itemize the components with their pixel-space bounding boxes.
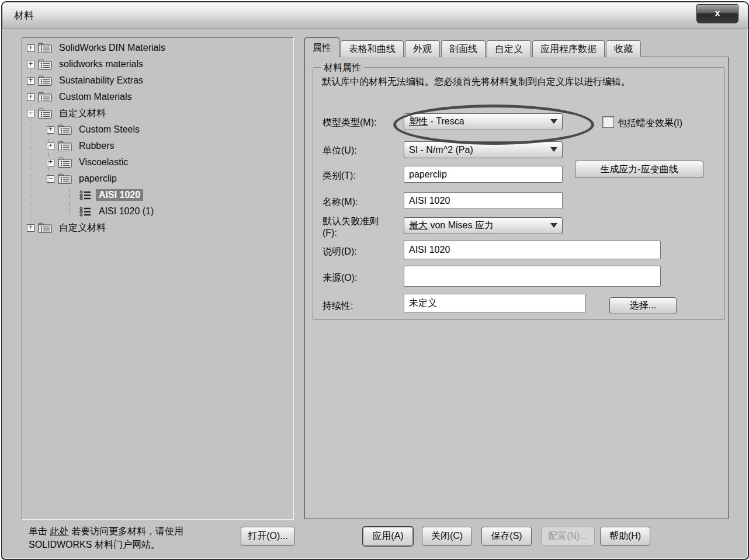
configure-button: 配置(N)... xyxy=(541,527,595,546)
material-folder-icon xyxy=(57,173,72,185)
sustainability-input[interactable]: 未定义 xyxy=(404,294,586,312)
tree-item-rubbers[interactable]: + Rubbers xyxy=(22,138,293,154)
tree-item-custom-materials-zh-2[interactable]: + 自定义材料 xyxy=(22,220,293,236)
name-value: AISI 1020 xyxy=(409,196,450,206)
failure-criterion-value-prefix: 最大 xyxy=(409,220,428,230)
tree-item-custom-steels[interactable]: + Custom Steels xyxy=(22,121,293,138)
creep-checkbox[interactable] xyxy=(602,116,614,128)
model-type-value-rest: - Tresca xyxy=(428,116,464,126)
tab-strip: 属性表格和曲线外观剖面线自定义应用程序数据收藏 xyxy=(304,37,642,57)
screenshot-stage: 材料 x + SolidWorks DIN Materials + solidw… xyxy=(0,0,749,560)
material-folder-icon xyxy=(57,124,72,135)
tree-expander[interactable]: + xyxy=(27,77,34,85)
tab-label: 自定义 xyxy=(495,44,523,54)
creep-checkbox-label[interactable]: 包括蠕变效果(I) xyxy=(618,117,682,130)
tree-item-label: Rubbers xyxy=(76,140,117,152)
tab-label: 表格和曲线 xyxy=(349,44,396,54)
source-input[interactable] xyxy=(404,266,661,287)
description-value: AISI 1020 xyxy=(409,245,450,255)
more-materials-note: 单击 此处 若要访问更多材料，请使用 SOLIDWORKS 材料门户网站。 xyxy=(29,524,245,551)
save-button[interactable]: 保存(S) xyxy=(481,527,532,546)
name-label: 名称(M): xyxy=(323,196,358,208)
tab-favorites[interactable]: 收藏 xyxy=(606,40,641,57)
here-link[interactable]: 此处 xyxy=(50,526,68,536)
tree-item-aisi-1020-1[interactable]: AISI 1020 (1) xyxy=(22,203,293,220)
sustainability-value: 未定义 xyxy=(409,297,437,309)
material-folder-icon xyxy=(37,92,53,103)
model-type-dropdown[interactable]: 塑性 - Tresca xyxy=(404,113,563,130)
help-button[interactable]: 帮助(H) xyxy=(600,527,650,546)
tree-expander[interactable]: + xyxy=(27,93,34,101)
name-input[interactable]: AISI 1020 xyxy=(404,192,563,209)
close-button[interactable]: x xyxy=(696,4,738,23)
close-button[interactable]: 关闭(C) xyxy=(422,527,472,546)
tree-expander[interactable]: + xyxy=(27,224,34,232)
model-type-value-prefix: 塑性 xyxy=(409,116,428,126)
sustainability-label: 持续性: xyxy=(323,300,353,312)
material-folder-icon xyxy=(37,75,53,86)
material-icon xyxy=(77,190,92,201)
tab-crosshatch[interactable]: 剖面线 xyxy=(441,40,486,57)
tree-item-label: 自定义材料 xyxy=(56,107,109,120)
dialog-title: 材料 xyxy=(14,9,34,22)
tab-properties[interactable]: 属性 xyxy=(304,37,339,57)
button-label: 应用(A) xyxy=(372,530,403,542)
tree-item-label: Custom Materials xyxy=(56,91,134,103)
button-label: 关闭(C) xyxy=(431,530,463,542)
chevron-down-icon xyxy=(550,119,557,124)
tree-expander[interactable]: + xyxy=(27,61,34,68)
tree-item-label: AISI 1020 (1) xyxy=(96,206,157,217)
button-label: 配置(N)... xyxy=(548,530,588,542)
tree-item-label: SolidWorks DIN Materials xyxy=(56,42,168,54)
material-folder-icon xyxy=(37,43,53,54)
sustainability-select-button[interactable]: 选择... xyxy=(609,297,677,314)
tree-item-sustainability-extras[interactable]: + Sustainability Extras xyxy=(22,72,293,89)
material-folder-icon xyxy=(37,59,53,70)
units-dropdown[interactable]: SI - N/m^2 (Pa) xyxy=(404,141,563,158)
description-label: 说明(D): xyxy=(323,246,357,258)
tab-custom[interactable]: 自定义 xyxy=(487,40,531,57)
tree-item-label: Sustainability Extras xyxy=(56,75,146,86)
readonly-notice: 默认库中的材料无法编辑。您必须首先将材料复制到自定义库以进行编辑。 xyxy=(322,76,708,88)
material-folder-icon xyxy=(57,141,72,152)
tab-label: 属性 xyxy=(313,43,331,53)
tree-expander[interactable]: − xyxy=(27,110,34,117)
generate-stress-strain-curve-button[interactable]: 生成应力-应变曲线 xyxy=(575,161,703,178)
tree-item-label: Viscoelastic xyxy=(76,156,131,168)
tree-item-label: solidworks materials xyxy=(56,58,146,70)
description-input[interactable]: AISI 1020 xyxy=(404,241,661,259)
tree-item-label: AISI 1020 xyxy=(96,189,143,201)
tree-item-paperclip[interactable]: − paperclip xyxy=(22,171,293,187)
material-properties-groupbox: 材料属性 默认库中的材料无法编辑。您必须首先将材料复制到自定义库以进行编辑。 模… xyxy=(313,67,725,320)
tree-item-label: Custom Steels xyxy=(76,124,143,135)
material-tree[interactable]: + SolidWorks DIN Materials + solidworks … xyxy=(22,37,294,520)
tree-item-viscoelastic[interactable]: + Viscoelastic xyxy=(22,154,293,171)
tab-tables-curves[interactable]: 表格和曲线 xyxy=(341,40,404,57)
portal-note-line2: SOLIDWORKS 材料门户网站。 xyxy=(29,540,160,549)
failure-criterion-dropdown[interactable]: 最大 von Mises 应力 xyxy=(404,217,563,234)
tree-item-custom-materials[interactable]: + Custom Materials xyxy=(22,89,293,105)
units-value: SI - N/m^2 (Pa) xyxy=(409,145,473,155)
apply-button[interactable]: 应用(A) xyxy=(363,527,413,546)
tree-item-label: paperclip xyxy=(76,173,120,185)
properties-tab-panel: 材料属性 默认库中的材料无法编辑。您必须首先将材料复制到自定义库以进行编辑。 模… xyxy=(304,57,729,519)
button-label: 保存(S) xyxy=(491,530,522,542)
tree-item-solidworks-materials[interactable]: + solidworks materials xyxy=(22,56,293,72)
groupbox-legend: 材料属性 xyxy=(321,62,364,74)
units-label: 单位(U): xyxy=(323,145,357,157)
tab-label: 应用程序数据 xyxy=(540,44,597,54)
tree-item-solidworks-din-materials[interactable]: + SolidWorks DIN Materials xyxy=(22,40,293,56)
open-button[interactable]: 打开(O)... xyxy=(241,527,295,546)
category-label: 类别(T): xyxy=(323,170,356,182)
title-bar[interactable]: 材料 x xyxy=(2,2,748,29)
failure-criterion-value-rest: von Mises 应力 xyxy=(428,220,494,230)
tree-item-aisi-1020[interactable]: AISI 1020 xyxy=(22,187,293,203)
material-folder-icon xyxy=(57,157,72,168)
tree-item-custom-materials-zh[interactable]: − 自定义材料 xyxy=(22,105,293,121)
tab-appearance[interactable]: 外观 xyxy=(405,40,440,57)
material-folder-icon xyxy=(37,222,53,234)
material-icon xyxy=(77,206,92,217)
tab-application-data[interactable]: 应用程序数据 xyxy=(532,40,605,57)
category-input[interactable]: paperclip xyxy=(404,166,563,183)
tree-expander[interactable]: + xyxy=(27,44,34,52)
